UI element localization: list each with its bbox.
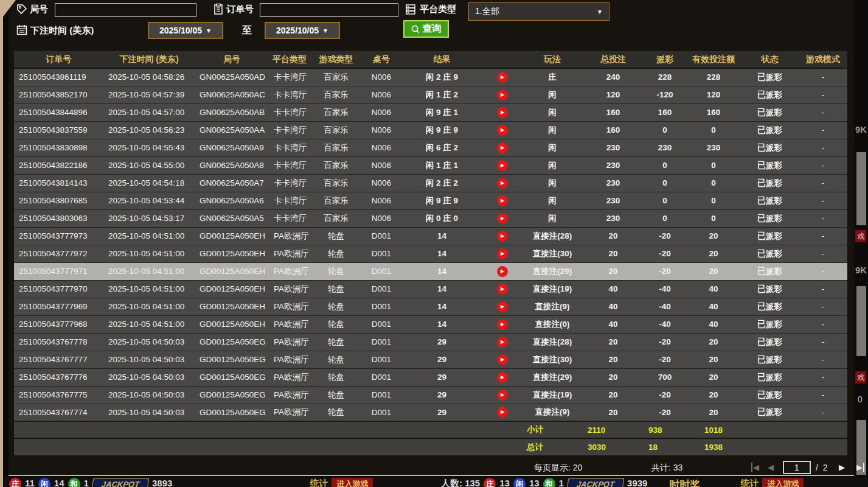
cell-mode: - xyxy=(799,298,847,315)
cell-round: GN00625A050AB xyxy=(195,103,269,121)
search-button[interactable]: 查询 xyxy=(403,20,449,38)
table-row[interactable]: 2510050437779692025-10-05 04:51:00GD0012… xyxy=(14,298,847,315)
play-video-icon[interactable]: ▶ xyxy=(497,195,508,206)
cell-round: GN00625A050AA xyxy=(195,121,269,139)
cell-platform: PA欧洲厅 xyxy=(269,280,310,298)
enter-game-button[interactable]: 进入游戏 xyxy=(332,478,373,487)
left-wedge-decoration xyxy=(0,0,16,21)
cell-result: 闲 9 庄 1 xyxy=(401,103,483,121)
play-video-icon[interactable]: ▶ xyxy=(497,107,508,118)
table-row[interactable]: 2510050437677772025-10-05 04:50:03GD0012… xyxy=(14,351,847,368)
cell-mode: - xyxy=(799,262,847,280)
play-video-icon[interactable]: ▶ xyxy=(497,178,508,189)
cell-bet: 直接注(19) xyxy=(522,280,583,298)
cell-result: 29 xyxy=(401,351,483,368)
cell-mode: - xyxy=(799,86,847,103)
cell-status: 已派彩 xyxy=(741,174,799,192)
cell-play: ▶ xyxy=(483,68,522,86)
table-row[interactable]: 2510050437779682025-10-05 04:51:00GD0012… xyxy=(14,315,847,333)
play-video-icon[interactable]: ▶ xyxy=(497,125,508,136)
banker-count: 11 xyxy=(25,478,35,487)
table-row[interactable]: 2510050437677782025-10-05 04:50:03GD0012… xyxy=(14,333,847,351)
cell-order: 251005043777971 xyxy=(14,262,103,280)
date-from-picker[interactable]: 2025/10/05 ▼ xyxy=(148,22,223,39)
play-video-icon[interactable]: ▶ xyxy=(497,231,508,242)
stats-button[interactable]: 统计 xyxy=(740,478,759,487)
play-video-icon[interactable]: ▶ xyxy=(497,248,508,259)
column-header-time: 下注时间 (美东) xyxy=(103,51,195,68)
play-video-icon[interactable]: ▶ xyxy=(497,72,508,83)
table-row[interactable]: 2510050437779722025-10-05 04:51:00GD0012… xyxy=(14,245,847,262)
play-video-icon[interactable]: ▶ xyxy=(497,266,508,277)
table-row[interactable]: 2510050438076852025-10-05 04:53:44GN0062… xyxy=(14,192,847,209)
cell-mode: - xyxy=(799,139,847,156)
cell-payout: -40 xyxy=(644,315,686,333)
play-video-icon[interactable]: ▶ xyxy=(497,160,508,171)
table-row[interactable]: 2510050437779702025-10-05 04:51:00GD0012… xyxy=(14,280,847,298)
page-number-input[interactable] xyxy=(783,461,811,474)
cell-result: 14 xyxy=(401,298,483,315)
total-count: 共计: 33 xyxy=(651,463,682,474)
cell-bet: 直接注(0) xyxy=(522,315,583,333)
play-video-icon[interactable]: ▶ xyxy=(497,372,508,383)
cell-total: 230 xyxy=(583,174,644,192)
table-row[interactable]: 2510050438221862025-10-05 04:55:00GN0062… xyxy=(14,156,847,174)
table-row[interactable]: 2510050437677742025-10-05 04:50:03GD0012… xyxy=(14,404,847,421)
table-row[interactable]: 2510050438308982025-10-05 04:55:43GN0062… xyxy=(14,139,847,156)
round-number-input[interactable] xyxy=(55,3,196,17)
stats-button[interactable]: 统计 xyxy=(310,478,328,487)
last-page-button[interactable]: ▶ xyxy=(856,463,864,472)
cell-result: 29 xyxy=(401,404,483,421)
date-to-picker[interactable]: 2025/10/05 ▼ xyxy=(265,22,340,39)
cell-game: 轮盘 xyxy=(310,333,362,351)
table-row[interactable]: 2510050438030632025-10-05 04:53:17GN0062… xyxy=(14,209,847,227)
table-row[interactable]: 2510050437779732025-10-05 04:51:00GD0012… xyxy=(14,227,847,245)
play-video-icon[interactable]: ▶ xyxy=(497,407,508,418)
play-video-icon[interactable]: ▶ xyxy=(497,213,508,224)
table-row[interactable]: 2510050437677752025-10-05 04:50:03GD0012… xyxy=(14,386,847,404)
play-video-icon[interactable]: ▶ xyxy=(497,89,508,100)
play-video-icon[interactable]: ▶ xyxy=(497,354,508,365)
cell-status: 已派彩 xyxy=(741,121,799,139)
cell-order: 251005043767778 xyxy=(14,333,103,351)
cell-platform: PA欧洲厅 xyxy=(269,245,310,262)
total-payout: 18 xyxy=(644,438,686,455)
cell-total: 20 xyxy=(583,386,644,404)
order-number-label: 订单号 xyxy=(226,4,254,15)
play-video-icon[interactable]: ▶ xyxy=(497,337,508,348)
cell-round: GN00625A050A9 xyxy=(195,139,269,156)
cell-round: GD00125A050EH xyxy=(195,298,269,315)
play-video-icon[interactable]: ▶ xyxy=(497,142,508,153)
play-video-icon[interactable]: ▶ xyxy=(497,319,508,330)
order-number-input[interactable] xyxy=(260,3,398,17)
play-video-icon[interactable]: ▶ xyxy=(497,390,508,401)
play-video-icon[interactable]: ▶ xyxy=(497,284,508,295)
table-row[interactable]: 2510050437779712025-10-05 04:51:00GD0012… xyxy=(14,262,847,280)
cell-platform: PA欧洲厅 xyxy=(269,386,310,404)
table-row[interactable]: 2510050438521702025-10-05 04:57:39GN0062… xyxy=(14,86,847,103)
cell-payout: 700 xyxy=(644,368,686,386)
table-row[interactable]: 2510050438375592025-10-05 04:56:23GN0062… xyxy=(14,121,847,139)
play-video-icon[interactable]: ▶ xyxy=(497,301,508,312)
cell-status: 已派彩 xyxy=(741,192,799,209)
chevron-down-icon: ▼ xyxy=(206,27,212,34)
table-row[interactable]: 2510050438141432025-10-05 04:54:18GN0062… xyxy=(14,174,847,192)
next-page-button[interactable]: ▶ xyxy=(839,463,845,472)
first-page-button[interactable]: ◀ xyxy=(751,463,759,472)
cell-tableNo: N006 xyxy=(362,103,401,121)
cell-bet: 直接注(9) xyxy=(522,404,583,421)
pagination-bar: 每页显示: 20 共计: 33 ◀ ◀ / 2 ▶ ▶ xyxy=(14,461,847,476)
table-row[interactable]: 2510050438448962025-10-05 04:57:00GN0062… xyxy=(14,103,847,121)
prev-page-button[interactable]: ◀ xyxy=(768,463,774,472)
total-valid-bet: 1938 xyxy=(686,438,741,455)
cell-status: 已派彩 xyxy=(741,245,799,262)
cell-result: 29 xyxy=(401,386,483,404)
table-row[interactable]: 2510050438611192025-10-05 04:58:26GN0062… xyxy=(14,68,847,86)
cell-total: 40 xyxy=(583,298,644,315)
cell-round: GN00625A050A6 xyxy=(195,192,269,209)
table-row[interactable]: 2510050437677762025-10-05 04:50:03GD0012… xyxy=(14,368,847,386)
enter-game-button[interactable]: 进入游戏 xyxy=(762,478,804,487)
cell-play: ▶ xyxy=(483,298,522,315)
platform-type-label: 平台类型 xyxy=(420,4,456,15)
platform-type-select[interactable]: 1.全部 ▼ xyxy=(468,2,609,21)
